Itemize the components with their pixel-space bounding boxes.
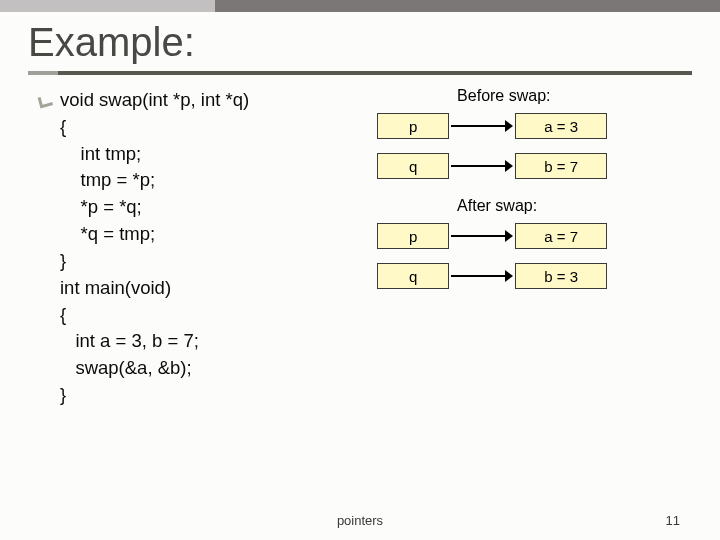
top-bar — [0, 0, 720, 12]
pointer-box-q: q — [377, 263, 449, 289]
title-wrap: Example: — [0, 12, 720, 75]
value-label: a = 7 — [544, 228, 578, 245]
before-row-q: q b = 7 — [377, 153, 692, 179]
code-line: int a = 3, b = 7; — [60, 330, 199, 351]
bullet-tick-icon — [36, 93, 54, 111]
content-area: void swap(int *p, int *q) { int tmp; tmp… — [0, 75, 720, 409]
code-line: int main(void) — [60, 277, 171, 298]
pointer-label: p — [409, 118, 417, 135]
slide-title: Example: — [28, 20, 692, 65]
pointer-box-q: q — [377, 153, 449, 179]
after-block: After swap: p a = 7 q b = 3 — [377, 197, 692, 289]
arrow-icon — [449, 263, 515, 289]
value-label: a = 3 — [544, 118, 578, 135]
value-label: b = 7 — [544, 158, 578, 175]
pointer-box-p: p — [377, 113, 449, 139]
code-line: } — [60, 384, 66, 405]
bullet-row: void swap(int *p, int *q) { int tmp; tmp… — [36, 87, 377, 409]
value-box-a: a = 7 — [515, 223, 607, 249]
diagram-column: Before swap: p a = 3 q b = 7 After swap:… — [377, 87, 692, 409]
code-column: void swap(int *p, int *q) { int tmp; tmp… — [36, 87, 377, 409]
slide: Example: void swap(int *p, int *q) { int… — [0, 0, 720, 540]
value-box-a: a = 3 — [515, 113, 607, 139]
arrow-icon — [449, 223, 515, 249]
arrow-icon — [449, 153, 515, 179]
code-line: *q = tmp; — [60, 223, 155, 244]
page-number: 11 — [666, 513, 680, 528]
value-box-b: b = 7 — [515, 153, 607, 179]
pointer-label: q — [409, 268, 417, 285]
top-bar-right — [215, 0, 720, 12]
value-label: b = 3 — [544, 268, 578, 285]
after-row-p: p a = 7 — [377, 223, 692, 249]
footer-text: pointers — [0, 513, 720, 528]
code-line: *p = *q; — [60, 196, 142, 217]
code-line: { — [60, 116, 66, 137]
code-line: } — [60, 250, 66, 271]
code-block: void swap(int *p, int *q) { int tmp; tmp… — [60, 87, 249, 409]
code-line: tmp = *p; — [60, 169, 155, 190]
pointer-label: q — [409, 158, 417, 175]
before-swap-label: Before swap: — [457, 87, 692, 105]
after-swap-label: After swap: — [457, 197, 692, 215]
arrow-icon — [449, 113, 515, 139]
before-row-p: p a = 3 — [377, 113, 692, 139]
pointer-label: p — [409, 228, 417, 245]
title-underline-accent — [28, 71, 58, 75]
pointer-box-p: p — [377, 223, 449, 249]
code-line: int tmp; — [60, 143, 141, 164]
code-line: { — [60, 304, 66, 325]
code-line: void swap(int *p, int *q) — [60, 89, 249, 110]
value-box-b: b = 3 — [515, 263, 607, 289]
top-bar-left — [0, 0, 215, 12]
after-row-q: q b = 3 — [377, 263, 692, 289]
code-line: swap(&a, &b); — [60, 357, 192, 378]
